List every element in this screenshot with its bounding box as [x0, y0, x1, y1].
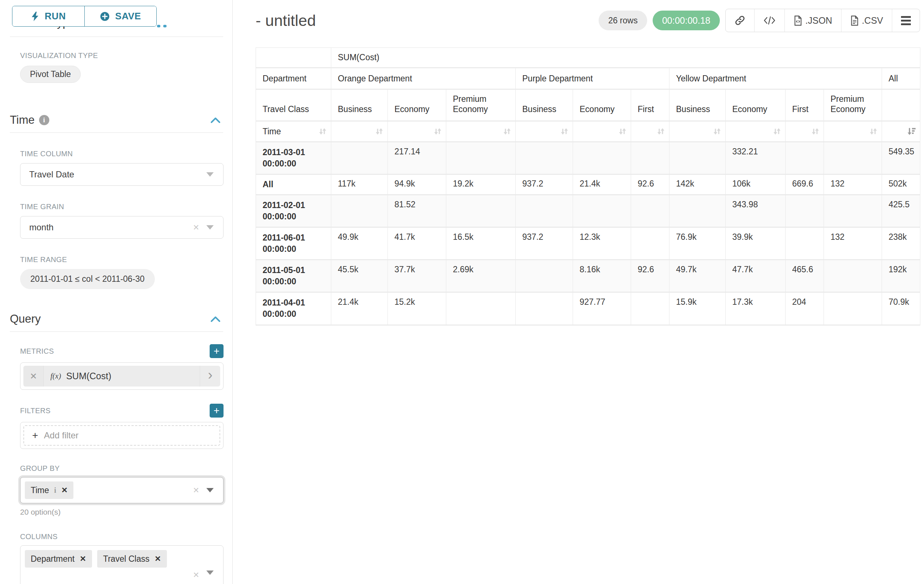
time-dimension-label[interactable]: Time [256, 122, 331, 142]
time-range-label: TIME RANGE [20, 255, 223, 264]
chevron-right-icon[interactable]: › [200, 366, 220, 387]
chevron-up-icon[interactable] [210, 117, 221, 124]
time-grain-value: month [29, 222, 54, 232]
column-sort-header[interactable] [631, 122, 670, 142]
copy-link-button[interactable] [726, 9, 754, 32]
column-sort-header[interactable] [331, 122, 388, 142]
sort-icon[interactable] [869, 127, 878, 136]
pivot-cell [516, 195, 573, 228]
hamburger-icon [901, 16, 911, 25]
remove-tag-icon[interactable]: ✕ [61, 486, 68, 495]
pivot-cell: 19.2k [446, 175, 516, 195]
travel-class-header: Economy [388, 90, 446, 122]
time-range-pill[interactable]: 2011-01-01 ≤ col < 2011-06-30 [20, 269, 155, 289]
save-button[interactable]: SAVE [85, 6, 157, 26]
metric-name: SUM(Cost) [66, 371, 111, 382]
pivot-cell [631, 228, 670, 260]
pivot-cell: 37.7k [388, 260, 446, 293]
remove-tag-icon[interactable]: ✕ [155, 554, 161, 563]
export-json-button[interactable]: .JSON [784, 9, 841, 32]
pivot-cell: 343.98 [726, 195, 785, 228]
sort-icon[interactable] [375, 127, 384, 136]
travel-class-dimension-label: Travel Class [256, 90, 331, 122]
sort-icon[interactable] [618, 127, 627, 136]
info-icon: i [54, 486, 56, 495]
clear-icon[interactable]: × [193, 569, 199, 581]
pivot-row-header: All [256, 175, 331, 195]
divider [10, 36, 223, 37]
group-by-select[interactable]: Time i ✕ × [20, 477, 223, 503]
pivot-cell [670, 195, 726, 228]
column-sort-header[interactable] [670, 122, 726, 142]
pivot-cell: 76.9k [670, 228, 726, 260]
export-csv-button[interactable]: .CSV [841, 9, 892, 32]
travel-class-header: First [631, 90, 670, 122]
columns-tag[interactable]: Department ✕ [25, 550, 92, 568]
column-sort-header[interactable] [573, 122, 631, 142]
column-sort-header[interactable] [726, 122, 785, 142]
sort-icon[interactable] [503, 127, 512, 136]
travel-class-header: Business [670, 90, 726, 122]
column-sort-header[interactable] [446, 122, 516, 142]
function-icon: f(x) [50, 372, 61, 381]
column-sort-header[interactable] [824, 122, 882, 142]
add-metric-button[interactable]: + [210, 344, 223, 358]
column-sort-header[interactable] [785, 122, 824, 142]
group-by-options-hint: 20 option(s) [20, 508, 223, 517]
sort-icon[interactable] [713, 127, 722, 136]
clear-icon[interactable]: × [193, 222, 199, 232]
sort-icon[interactable] [560, 127, 569, 136]
travel-class-header: Economy [573, 90, 631, 122]
pivot-cell [785, 228, 824, 260]
chevron-down-icon [206, 225, 214, 230]
remove-metric-icon[interactable]: ✕ [23, 366, 44, 387]
menu-button[interactable] [892, 9, 920, 32]
column-sort-header[interactable] [516, 122, 573, 142]
pivot-cell: 937.2 [516, 228, 573, 260]
pivot-cell [824, 195, 882, 228]
columns-select[interactable]: Department ✕ Travel Class ✕ × [20, 545, 223, 584]
group-by-tag[interactable]: Time i ✕ [25, 482, 73, 499]
time-column-select[interactable]: Travel Date [20, 163, 223, 186]
department-header: Yellow Department [670, 68, 882, 90]
tag-label: Travel Class [103, 554, 149, 564]
add-filter-text: Add filter [44, 430, 79, 441]
sort-icon[interactable] [318, 127, 327, 136]
remove-tag-icon[interactable]: ✕ [79, 554, 86, 563]
table-row: 2011-02-01 00:00:0081.52343.98425.5 [256, 195, 920, 228]
plus-circle-icon [100, 12, 110, 21]
chevron-up-icon[interactable] [210, 315, 221, 322]
pivot-cell [446, 293, 516, 325]
time-grain-select[interactable]: month × [20, 216, 223, 239]
filters-container: + Add filter [20, 422, 223, 449]
pivot-cell: 217.14 [388, 142, 446, 175]
pivot-cell: 465.6 [785, 260, 824, 293]
chart-header: - untitled 26 rows 00:00:00.18 [256, 9, 920, 32]
table-row: 2011-03-01 00:00:00217.14332.21549.35 [256, 142, 920, 175]
sort-desc-icon[interactable] [906, 127, 916, 137]
pivot-cell: 2.69k [446, 260, 516, 293]
pivot-cell: 132 [824, 175, 882, 195]
pivot-cell [824, 142, 882, 175]
clear-icon[interactable]: × [193, 484, 199, 496]
columns-tag[interactable]: Travel Class ✕ [97, 550, 167, 568]
add-filter-button[interactable]: + Add filter [23, 425, 220, 446]
divider [10, 331, 223, 332]
pivot-cell [573, 195, 631, 228]
file-csv-icon [850, 15, 859, 26]
embed-code-button[interactable] [754, 9, 784, 32]
sort-icon[interactable] [811, 127, 820, 136]
pivot-cell: 49.7k [670, 260, 726, 293]
column-sort-header[interactable] [882, 122, 920, 142]
pivot-cell: 132 [824, 228, 882, 260]
column-sort-header[interactable] [388, 122, 446, 142]
sort-icon[interactable] [433, 127, 442, 136]
sidebar-scroll-area[interactable]: VISUALIZATION TYPE Pivot Table Time i TI… [0, 23, 232, 584]
sort-icon[interactable] [772, 127, 782, 136]
metric-pill[interactable]: ✕ f(x) SUM(Cost) › [23, 366, 220, 387]
viz-type-pill[interactable]: Pivot Table [20, 66, 81, 83]
run-button[interactable]: RUN [12, 6, 85, 26]
sort-icon[interactable] [656, 127, 665, 136]
add-filter-plus-button[interactable]: + [210, 404, 223, 418]
metrics-container: ✕ f(x) SUM(Cost) › [20, 362, 223, 390]
